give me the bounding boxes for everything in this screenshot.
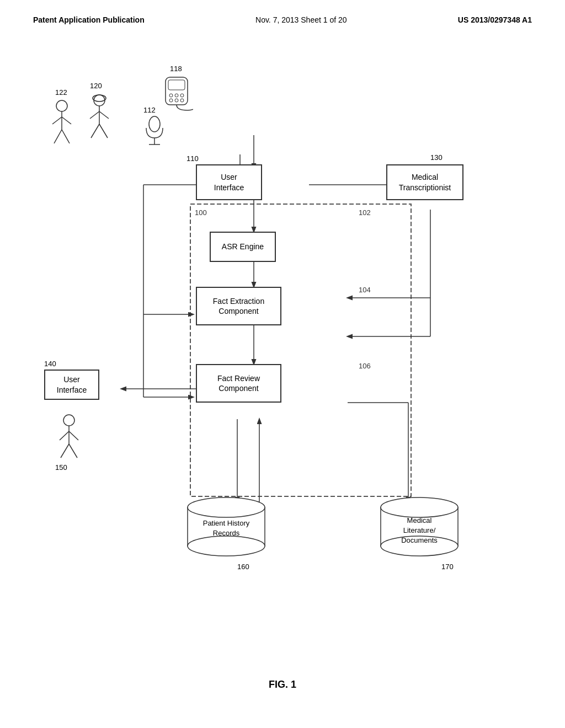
svg-line-53	[61, 444, 69, 458]
label-130: 130	[430, 153, 443, 162]
svg-line-51	[60, 431, 69, 440]
microphone-icon: 112	[141, 116, 168, 148]
svg-rect-39	[168, 80, 185, 90]
svg-point-40	[169, 94, 173, 97]
user-interface-left-label: UserInterface	[57, 374, 87, 394]
page: Patent Application Publication Nov. 7, 2…	[0, 0, 565, 728]
svg-point-31	[94, 95, 105, 106]
asr-engine-label: ASR Engine	[222, 242, 264, 251]
svg-point-56	[188, 497, 265, 517]
stick-figure-120: 120	[86, 94, 113, 148]
svg-text:104: 104	[359, 286, 371, 294]
svg-line-27	[52, 117, 62, 124]
medical-transcriptionist-box: MedicalTranscriptionist	[386, 164, 463, 200]
svg-rect-38	[166, 77, 188, 105]
label-112: 112	[143, 106, 156, 114]
svg-point-59	[381, 497, 458, 517]
svg-point-57	[188, 536, 265, 556]
patient-history-cylinder: Patient HistoryRecords	[182, 496, 270, 557]
fact-extraction-box: Fact ExtractionComponent	[196, 287, 281, 325]
label-170: 170	[441, 563, 454, 571]
svg-point-46	[149, 116, 160, 132]
label-140: 140	[44, 360, 56, 368]
user-interface-top-box: UserInterface	[196, 164, 262, 200]
fact-review-box: Fact ReviewComponent	[196, 364, 281, 403]
medical-literature-label: MedicalLiterature/Documents	[375, 516, 463, 546]
svg-line-52	[69, 431, 78, 440]
svg-line-36	[99, 124, 108, 138]
svg-line-34	[99, 111, 109, 119]
svg-point-41	[175, 94, 178, 97]
svg-line-33	[90, 111, 99, 119]
svg-point-49	[63, 415, 74, 426]
header-right: US 2013/0297348 A1	[458, 15, 532, 24]
label-160: 160	[237, 563, 249, 571]
svg-point-42	[180, 94, 184, 97]
fact-extraction-label: Fact ExtractionComponent	[213, 296, 264, 316]
svg-line-28	[62, 117, 71, 124]
svg-line-54	[69, 444, 77, 458]
user-interface-left-box: UserInterface	[44, 370, 99, 400]
fact-review-label: Fact ReviewComponent	[217, 373, 260, 393]
svg-text:106: 106	[359, 362, 371, 370]
medical-transcriptionist-label: MedicalTranscriptionist	[399, 172, 451, 192]
svg-line-29	[54, 130, 62, 143]
svg-point-43	[169, 99, 173, 102]
svg-point-25	[56, 100, 67, 111]
user-interface-top-label: UserInterface	[214, 172, 244, 192]
fig-caption: FIG. 1	[269, 679, 296, 690]
page-header: Patent Application Publication Nov. 7, 2…	[0, 15, 565, 24]
svg-text:100: 100	[195, 208, 207, 217]
label-118: 118	[170, 65, 182, 73]
stick-figure-150: 150	[55, 414, 83, 465]
asr-engine-box: ASR Engine	[210, 232, 276, 262]
label-120: 120	[90, 82, 102, 90]
svg-point-44	[175, 99, 178, 102]
medical-literature-cylinder: MedicalLiterature/Documents	[375, 496, 463, 557]
label-150: 150	[55, 463, 67, 472]
svg-text:102: 102	[359, 208, 371, 217]
phone-icon: 118	[160, 74, 193, 115]
patient-history-label: Patient HistoryRecords	[182, 518, 270, 538]
header-center: Nov. 7, 2013 Sheet 1 of 20	[255, 15, 347, 24]
stick-figure-122: 122	[50, 99, 74, 151]
svg-point-45	[180, 99, 184, 102]
svg-line-30	[62, 130, 70, 143]
label-110: 110	[186, 154, 199, 163]
svg-line-35	[91, 124, 99, 138]
label-122: 122	[55, 88, 67, 97]
header-left: Patent Application Publication	[33, 15, 145, 24]
diagram: 100	[33, 44, 532, 673]
